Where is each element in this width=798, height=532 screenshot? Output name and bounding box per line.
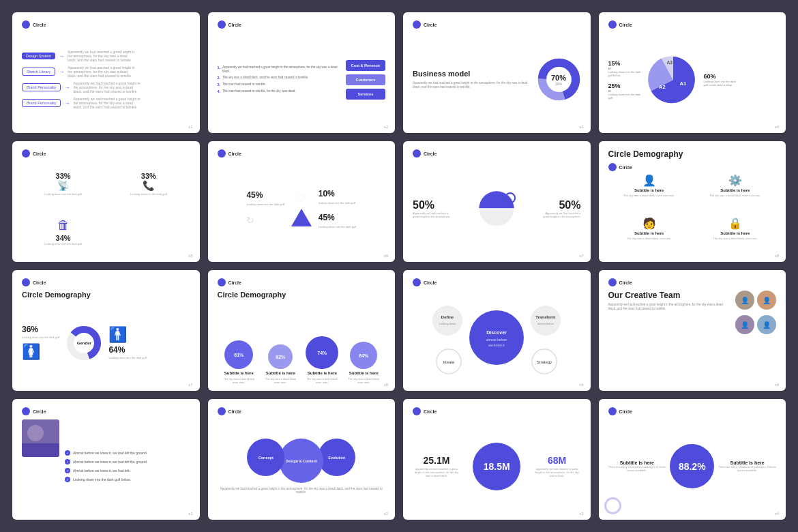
badge-cost: Cost & Revenue bbox=[346, 60, 385, 71]
svg-point-24 bbox=[27, 425, 44, 441]
s14-content: Concept Design & Content Evolution Appar… bbox=[218, 419, 386, 513]
list-item-1: ✓ Almost before we knew it, we had left … bbox=[65, 450, 190, 456]
stat-2: 33% 📞 Looking drawn to the dark gulf bbox=[107, 172, 190, 196]
desc-a1: Looking done into the dark gulf, could s… bbox=[704, 80, 738, 87]
desc-2: Apparently we had reached a great height… bbox=[68, 65, 136, 78]
stat-68m: 68M apparently we had reached a great he… bbox=[533, 455, 581, 477]
female-figure-icon: 🚺 bbox=[22, 343, 59, 361]
slide-1: Circle Design System → Apparently we had… bbox=[12, 12, 200, 133]
item-text-1: Apparently we had reached a great height… bbox=[222, 65, 340, 74]
heart-icon: ♡ bbox=[296, 191, 307, 206]
s6-pct1: 45% bbox=[246, 190, 284, 200]
tag-design[interactable]: Design System bbox=[22, 53, 55, 59]
s16-left-stat: Subtitle is here There are many variatio… bbox=[608, 460, 666, 472]
stat-2-desc: Looking drawn to the dark gulf bbox=[107, 192, 190, 196]
slide-num-13: s1 bbox=[188, 512, 192, 516]
svg-text:A3: A3 bbox=[666, 60, 673, 65]
s8-desc-2: The sky was a dead black, even even two. bbox=[709, 194, 760, 197]
s1-tag-3: Brand Personality → Apparently we had re… bbox=[22, 81, 190, 93]
s13-image bbox=[22, 419, 59, 457]
desc-4: Apparently we had reached a great height… bbox=[73, 97, 141, 109]
slide-num-7: s7 bbox=[579, 254, 583, 258]
arrow-4: → bbox=[64, 100, 70, 106]
arrow-2: → bbox=[59, 69, 64, 75]
biz-desc: Apparently we had reached a great height… bbox=[413, 81, 531, 90]
s10-title: Circle Demography bbox=[218, 291, 386, 299]
s16-sub-left: Subtitle is here bbox=[608, 460, 666, 465]
circle-3: 74% bbox=[306, 336, 338, 369]
s10-desc-1: The sky was a dead black even men. bbox=[220, 377, 258, 384]
s10-sub-2: Subtitle is here bbox=[266, 371, 295, 375]
s1-tag-1: Design System → Apparently we had reache… bbox=[22, 50, 190, 62]
slide-num-15: s3 bbox=[579, 512, 583, 516]
s10-desc-4: The sky was a dead black even men. bbox=[345, 377, 383, 384]
s8-cell-2: ⚙️ Subtitle is here The sky was a dead b… bbox=[694, 174, 776, 213]
slide-14: Circle Concept Design & Content Evolutio… bbox=[208, 399, 396, 520]
s3-left: Business model Apparently we had reached… bbox=[413, 70, 531, 90]
lock-icon: 🔒 bbox=[728, 217, 742, 230]
s7-desc-left: Apparently we had reached a great height… bbox=[413, 211, 454, 218]
s9-right: 🚹 64% Looking down into the dark gulf bbox=[108, 326, 146, 359]
label-a2: 25% A2 Looking down into the dark gulf. bbox=[608, 83, 642, 100]
logo-text-13: Circle bbox=[33, 409, 46, 414]
stat-1-pct: 33% bbox=[22, 172, 104, 180]
triangle-shape bbox=[291, 209, 312, 226]
photo-3: 👤 bbox=[735, 315, 754, 334]
slide-num-1: s1 bbox=[188, 125, 192, 129]
s6-sub1: Looking down into the dark gulf bbox=[246, 203, 284, 206]
s7-left: 50% Apparently we had reached a great he… bbox=[413, 199, 454, 218]
label-a3: 15% A3 Looking down into the dark gulf b… bbox=[608, 60, 642, 77]
dot-3: ✓ bbox=[65, 468, 70, 473]
item-num-1: 1. bbox=[218, 65, 221, 70]
s9-desc2: Looking down into the dark gulf bbox=[108, 356, 146, 359]
logo-1: Circle bbox=[22, 20, 190, 29]
s10-sub-3: Subtitle is here bbox=[308, 371, 337, 375]
svg-text:Discover: Discover bbox=[486, 330, 507, 335]
logo-icon-9 bbox=[22, 278, 30, 286]
male-figure-icon: 🚹 bbox=[108, 326, 146, 344]
tag-brand1[interactable]: Brand Personality bbox=[22, 83, 61, 91]
s6-content: 45% Looking down into the dark gulf ↻ ♡ … bbox=[218, 162, 386, 255]
dot-2: ✓ bbox=[65, 459, 70, 464]
pct-a3: 15% bbox=[608, 60, 642, 67]
list-text-2: Almost before we knew it, we had left th… bbox=[73, 460, 147, 464]
s1-content: Design System → Apparently we had reache… bbox=[22, 33, 190, 126]
s8-desc-4: The sky was a dead black, even two. bbox=[713, 237, 757, 240]
svg-point-16 bbox=[531, 306, 561, 336]
s2-right: Cost & Revenue Customers Services bbox=[346, 33, 385, 126]
s9-left: 36% Looking down into the dark gulf 🚺 bbox=[22, 325, 59, 361]
s12-photos: 👤 👤 👤 👤 bbox=[735, 291, 776, 384]
circle-18m: 18.5M bbox=[473, 443, 520, 490]
logo-icon-7 bbox=[413, 149, 421, 158]
s10-sub-4: Subtitle is here bbox=[349, 371, 379, 375]
s4-pie-chart: A1 A2 A3 bbox=[646, 53, 700, 107]
s8-title: Circle Demography bbox=[608, 149, 777, 159]
photo-row-1: 👤 👤 bbox=[735, 291, 776, 310]
logo-icon-2 bbox=[218, 20, 226, 29]
logo-text-2: Circle bbox=[228, 23, 241, 27]
s8-desc-3: The sky was a dead black, even two. bbox=[627, 237, 671, 240]
s10-desc-3: The sky was a dead black even men. bbox=[304, 377, 341, 384]
s4-content: 15% A3 Looking down into the dark gulf b… bbox=[608, 33, 777, 126]
slide-16: Circle Subtitle is here There are many v… bbox=[599, 399, 786, 520]
badge-services: Services bbox=[346, 89, 385, 100]
logo-text-1: Circle bbox=[33, 23, 46, 27]
s10-sub-1: Subtitle is here bbox=[224, 371, 254, 375]
svg-text:A1: A1 bbox=[679, 80, 686, 86]
svg-text:Ideate: Ideate bbox=[443, 360, 455, 364]
s2-item-3: 3. The man had ceased to twinkle. bbox=[218, 83, 340, 87]
s16-right-stat: Subtitle is here There are many variatio… bbox=[718, 460, 776, 472]
slide-9: Circle Circle Demography 36% Looking dow… bbox=[12, 270, 200, 391]
s3-content: Business model Apparently we had reached… bbox=[413, 33, 581, 126]
team-title: Our Creative Team bbox=[608, 291, 730, 300]
s8-cell-4: 🔒 Subtitle is here The sky was a dead bl… bbox=[694, 217, 776, 256]
slide-num-16: s4 bbox=[775, 512, 779, 516]
slide-15: Circle 25.1M apparently we had reached a… bbox=[403, 399, 591, 520]
tag-brand2[interactable]: Brand Personality bbox=[22, 99, 61, 107]
tag-sketch[interactable]: Sketch Library bbox=[22, 68, 55, 76]
desc-68m: apparently we had reached a great height… bbox=[533, 467, 581, 477]
photo-1: 👤 bbox=[735, 291, 754, 310]
s2-item-4: 4. The man had ceased to twinkle, for th… bbox=[218, 89, 340, 93]
logo-icon-13 bbox=[22, 407, 30, 415]
dot-4: ✓ bbox=[65, 477, 70, 482]
